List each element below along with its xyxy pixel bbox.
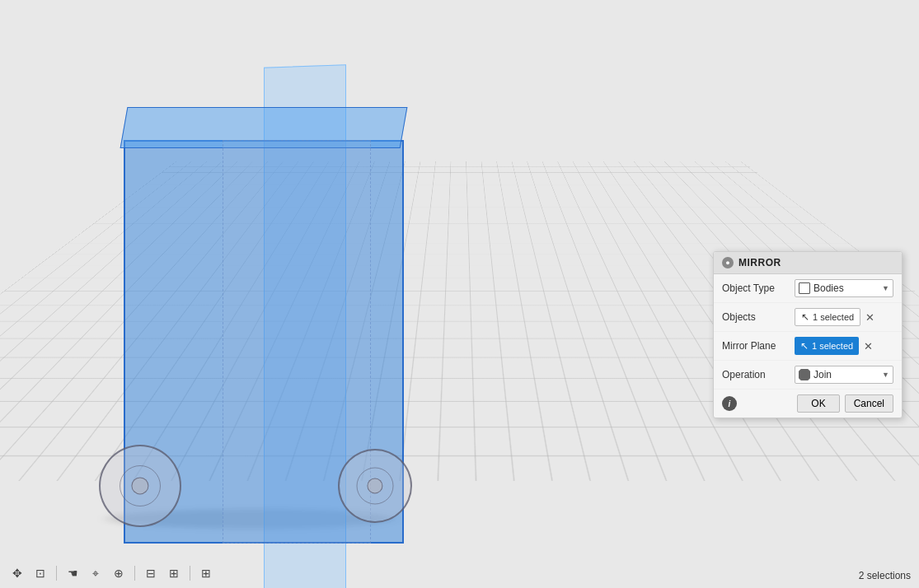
mirror-plane-selected-text: 1 selected [812, 341, 853, 351]
object-type-control: Bodies ▼ [795, 279, 893, 297]
mirror-plane-control: ↖ 1 selected ✕ [795, 337, 893, 355]
separator-3 [190, 566, 190, 581]
move-icon[interactable]: ✥ [8, 564, 26, 582]
x-icon: ✕ [865, 311, 874, 324]
x-icon-plane: ✕ [864, 340, 873, 352]
panel-close-icon[interactable]: ● [722, 257, 734, 268]
objects-label: Objects [722, 311, 790, 323]
operation-control: Join ▼ [795, 366, 893, 384]
ok-button[interactable]: OK [797, 394, 839, 413]
mirror-plane-label: Mirror Plane [722, 340, 790, 352]
operation-chevron-icon: ▼ [882, 371, 889, 379]
chevron-down-icon: ▼ [882, 284, 889, 292]
mirror-plane-row: Mirror Plane ↖ 1 selected ✕ [714, 332, 902, 361]
sketch-icon[interactable]: ⌖ [87, 564, 105, 582]
object-type-row: Object Type Bodies ▼ [714, 274, 902, 303]
objects-selected-button[interactable]: ↖ 1 selected [795, 308, 860, 326]
grid-icon[interactable]: ⊟ [142, 564, 160, 582]
selection-count: 2 selections [859, 570, 911, 581]
3d-viewport[interactable]: ✥ ⊡ ☚ ⌖ ⊕ ⊟ ⊞ ⊞ 2 selections ● MIRROR Ob… [0, 0, 919, 588]
object-type-value: Bodies [814, 282, 844, 294]
inspect-icon[interactable]: ⊕ [110, 564, 128, 582]
operation-row: Operation Join ▼ [714, 361, 902, 390]
body-icon [799, 282, 810, 294]
mirror-panel: ● MIRROR Object Type Bodies ▼ Objects ↖ … [713, 251, 903, 418]
separator-1 [56, 566, 57, 581]
view-icon[interactable]: ⊞ [165, 564, 183, 582]
info-icon[interactable]: i [722, 396, 737, 411]
operation-value: Join [814, 369, 832, 380]
objects-selected-text: 1 selected [813, 312, 854, 322]
object-type-label: Object Type [722, 282, 790, 294]
component-icon[interactable]: ⊡ [31, 564, 49, 582]
panel-footer: i OK Cancel [714, 390, 902, 418]
mirror-plane-clear-button[interactable]: ✕ [862, 340, 874, 352]
3d-scene [82, 41, 495, 568]
wheel-right [338, 449, 412, 523]
toolbar: ✥ ⊡ ☚ ⌖ ⊕ ⊟ ⊞ ⊞ [0, 558, 659, 588]
objects-control: ↖ 1 selected ✕ [795, 308, 893, 326]
status-bar: 2 selections [859, 570, 911, 581]
object-type-dropdown[interactable]: Bodies ▼ [795, 279, 893, 297]
display-icon[interactable]: ⊞ [197, 564, 215, 582]
objects-clear-button[interactable]: ✕ [864, 311, 876, 324]
cursor-icon: ↖ [801, 311, 809, 323]
panel-header: ● MIRROR [714, 252, 902, 274]
pan-icon[interactable]: ☚ [63, 564, 82, 582]
panel-title: MIRROR [738, 257, 781, 268]
mirror-plane-selected-button[interactable]: ↖ 1 selected [795, 337, 859, 355]
objects-row: Objects ↖ 1 selected ✕ [714, 303, 902, 332]
operation-dropdown[interactable]: Join ▼ [795, 366, 893, 384]
wheel-left [99, 445, 181, 527]
join-icon [799, 369, 810, 380]
cursor-icon-plane: ↖ [800, 340, 809, 352]
separator-2 [134, 566, 135, 581]
operation-label: Operation [722, 369, 790, 380]
cancel-button[interactable]: Cancel [845, 394, 893, 413]
